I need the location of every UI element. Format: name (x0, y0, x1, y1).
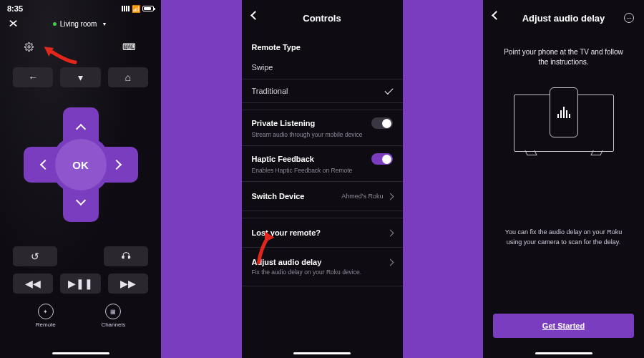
ok-label: OK (72, 159, 89, 171)
check-icon (384, 85, 393, 94)
row-switch-device[interactable]: Switch Device Ahmed's Roku (242, 181, 403, 211)
divider (242, 102, 403, 110)
channels-icon: ▦ (105, 304, 121, 319)
option-swipe[interactable]: Swipe (242, 56, 403, 79)
gap (161, 0, 242, 358)
play-pause-button[interactable]: ▶❚❚ (60, 274, 100, 294)
device-name: Living room (60, 20, 97, 28)
get-started-button[interactable]: Get Started (493, 314, 634, 338)
screen-controls: Controls Remote Type Swipe Traditional P… (242, 0, 403, 358)
top-row: ⌨ (0, 37, 161, 54)
close-icon[interactable]: ✕ (8, 17, 19, 30)
nav-row: ← ▾ ⌂ (0, 54, 161, 87)
row-title: Switch Device (252, 192, 305, 200)
screen-adjust-audio-delay: Adjust audio delay ⋯ Point your phone at… (483, 0, 644, 358)
divider (242, 211, 403, 218)
title-bar: ✕ Living room ▼ (0, 14, 161, 37)
phone-icon (550, 87, 578, 137)
headphones-button[interactable]: 🎧︎ (104, 246, 148, 266)
wifi-icon: ︎📶 (132, 5, 140, 13)
gap (403, 0, 484, 358)
rewind-icon: ◀◀ (25, 278, 41, 289)
row-subtitle: Stream audio through your mobile device (252, 131, 393, 138)
home-button[interactable]: ⌂ (108, 67, 148, 87)
audio-bars-icon (557, 107, 570, 118)
gear-icon (24, 42, 34, 52)
down-icon: ▾ (78, 72, 83, 83)
row-title: Private Listening (252, 119, 316, 127)
chevron-right-icon (386, 258, 394, 266)
device-value: Ahmed's Roku (341, 193, 383, 200)
d-pad: OK (24, 107, 138, 222)
toggle-haptic-feedback[interactable] (371, 153, 393, 165)
chevron-right-icon (386, 193, 394, 200)
tab-channels[interactable]: ▦ Channels (101, 304, 125, 328)
option-label: Traditional (252, 87, 288, 95)
arrow-left-icon: ← (28, 72, 38, 83)
back-icon[interactable] (492, 11, 501, 20)
chevron-left-icon (39, 160, 49, 170)
status-dot-icon (53, 22, 57, 26)
cta-label: Get Started (542, 321, 585, 330)
page-title: Controls (303, 13, 341, 24)
forward-icon: ▶▶ (120, 278, 136, 289)
chevron-right-icon (386, 229, 394, 236)
forward-button[interactable]: ▶▶ (108, 274, 148, 294)
status-indicators: ︎📶 (122, 5, 154, 13)
home-indicator[interactable] (293, 352, 351, 354)
row-lost-remote[interactable]: Lost your remote? (242, 218, 403, 247)
cell-signal-icon (122, 6, 130, 11)
chevron-up-icon (75, 124, 85, 134)
section-remote-type: Remote Type (242, 36, 403, 56)
rewind-button[interactable]: ◀◀ (13, 274, 53, 294)
remote-icon: ✦ (38, 304, 54, 319)
headphones-icon: 🎧︎ (121, 251, 131, 262)
media-row-1: ↺ 🎧︎ (0, 222, 161, 266)
home-icon: ⌂ (125, 72, 131, 83)
guide-button[interactable]: ▾ (60, 67, 100, 87)
row-adjust-audio-delay[interactable]: Adjust audio delay Fix the audio delay o… (242, 247, 403, 286)
illustration (514, 87, 614, 159)
row-haptic-feedback: Haptic Feedback Enables Haptic Feedback … (242, 145, 403, 181)
row-title: Haptic Feedback (252, 155, 314, 163)
back-button[interactable]: ← (13, 67, 53, 87)
row-subtitle: Fix the audio delay on your Roku device. (252, 268, 393, 276)
divider (242, 286, 403, 293)
play-pause-icon: ▶❚❚ (68, 278, 93, 289)
chevron-right-icon (111, 160, 121, 170)
page-title: Adjust audio delay (522, 13, 605, 24)
instruction-text: Point your phone at the TV and follow th… (483, 36, 644, 67)
home-indicator[interactable] (535, 352, 592, 354)
home-indicator[interactable] (52, 352, 109, 354)
row-title: Lost your remote? (252, 228, 321, 237)
more-icon[interactable]: ⋯ (624, 13, 634, 23)
note-text: You can fix the audio delay on your Roku… (483, 228, 644, 247)
replay-button[interactable]: ↺ (13, 246, 57, 266)
ok-button[interactable]: OK (55, 139, 107, 190)
clock: 8:35 (7, 4, 23, 13)
row-private-listening: Private Listening Stream audio through y… (242, 110, 403, 145)
svg-point-0 (28, 46, 30, 48)
chevron-down-icon: ▼ (102, 21, 107, 26)
battery-icon (142, 6, 154, 11)
option-traditional[interactable]: Traditional (242, 79, 403, 102)
back-icon[interactable] (250, 11, 260, 20)
toggle-private-listening[interactable] (371, 117, 393, 129)
row-value: Ahmed's Roku (341, 193, 392, 200)
tab-label: Remote (36, 321, 56, 328)
tab-remote[interactable]: ✦ Remote (36, 304, 56, 328)
row-subtitle: Enables Haptic Feedback on Remote (252, 167, 393, 174)
device-selector[interactable]: Living room ▼ (53, 20, 107, 28)
row-title: Adjust audio delay (252, 258, 322, 266)
chevron-down-icon (75, 195, 85, 205)
replay-icon: ↺ (31, 251, 39, 262)
header: Adjust audio delay ⋯ (483, 0, 644, 36)
screen-remote: 8:35 ︎📶 ✕ Living room ▼ ⌨ ← ▾ ⌂ OK ↺ (0, 0, 161, 358)
settings-button[interactable] (24, 42, 34, 54)
option-label: Swipe (252, 63, 273, 72)
keyboard-icon[interactable]: ⌨ (122, 42, 137, 54)
header: Controls (242, 0, 403, 36)
tab-bar: ✦ Remote ▦ Channels (0, 294, 161, 328)
media-row-2: ◀◀ ▶❚❚ ▶▶ (0, 266, 161, 294)
status-bar: 8:35 ︎📶 (0, 0, 161, 14)
